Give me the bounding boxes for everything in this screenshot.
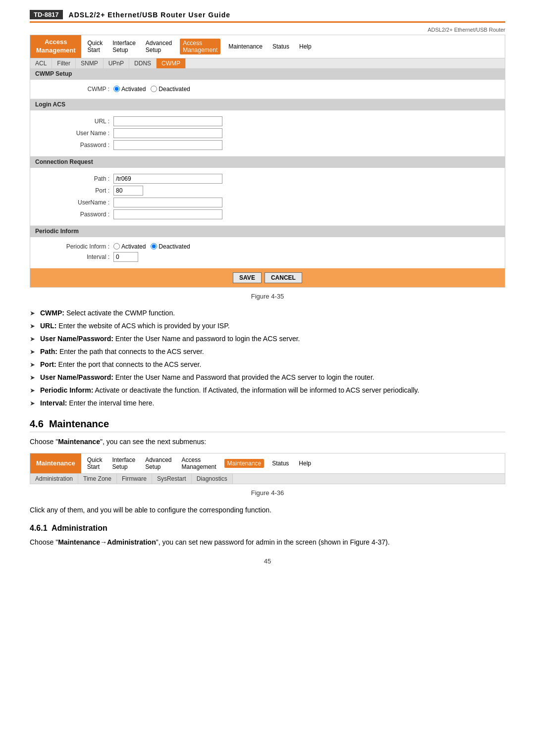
path-input[interactable] [113, 174, 222, 184]
periodic-activated-label[interactable]: Activated [113, 243, 146, 250]
interval-input[interactable] [113, 252, 138, 262]
maint-nav-items: QuickStart InterfaceSetup AdvancedSetup … [81, 454, 505, 473]
cwmp-deactivated-label[interactable]: Deactivated [151, 86, 190, 93]
bullet-term-url: URL: [40, 322, 56, 330]
url-label: URL : [60, 118, 109, 125]
nav-item-access-management[interactable]: AccessManagement [180, 39, 220, 54]
conn-username-input[interactable] [113, 198, 222, 207]
maint-sub-tab-sysrestart[interactable]: SysRestart [152, 474, 192, 484]
maintenance-strong: Maintenance [58, 438, 100, 446]
nav-item-status[interactable]: Status [270, 42, 291, 51]
bullet-port: ➤ Port: Enter the port that connects to … [30, 359, 505, 370]
guide-title: ADSL2/2+ Ethernet/USB Router User Guide [69, 11, 230, 19]
bottom-tab-row: ACL Filter SNMP UPnP DDNS CWMP [30, 58, 505, 68]
bullet-term-interval: Interval: [40, 399, 67, 407]
figure36-caption: Figure 4-36 [30, 489, 505, 497]
router-label-top: ADSL2/2+ Ethernet/USB Router [30, 27, 505, 33]
maint-bottom-tab-row: Administration Time Zone Firmware SysRes… [30, 474, 505, 484]
cwmp-setup-section: CWMP : Activated Deactivated [30, 80, 505, 99]
path-row: Path : [60, 174, 485, 184]
maint-sub-tab-diagnostics[interactable]: Diagnostics [192, 474, 233, 484]
sub-tab-snmp[interactable]: SNMP [76, 58, 104, 68]
section-461-title: Administration [52, 524, 107, 532]
cwmp-field-label: CWMP : [60, 86, 109, 93]
bullet-arrow-4: ➤ [30, 347, 35, 357]
maint-nav-quick-start[interactable]: QuickStart [85, 455, 105, 471]
sub-tab-ddns[interactable]: DDNS [129, 58, 157, 68]
login-acs-section: URL : User Name : Password : [30, 110, 505, 156]
cwmp-radio-row: CWMP : Activated Deactivated [60, 86, 485, 93]
nav-item-quick-start[interactable]: QuickStart [85, 39, 105, 54]
bullet-term-periodic: Periodic Inform: [40, 386, 93, 394]
login-acs-label: Login ACS [30, 99, 505, 110]
maint-top-nav-row: Maintenance QuickStart InterfaceSetup Ad… [30, 454, 505, 474]
periodic-radio-group: Activated Deactivated [113, 243, 190, 250]
bullet-username-password-2: ➤ User Name/Password: Enter the User Nam… [30, 372, 505, 383]
url-input[interactable] [113, 116, 222, 126]
interval-row: Interval : [60, 252, 485, 262]
maint-sub-tab-timezone[interactable]: Time Zone [78, 474, 117, 484]
maint-nav-status[interactable]: Status [270, 459, 291, 468]
cwmp-deactivated-radio[interactable] [151, 86, 157, 92]
maintenance-nav: Maintenance QuickStart InterfaceSetup Ad… [30, 453, 505, 484]
bullet-term-cwmp: CWMP: [40, 309, 64, 317]
login-password-row: Password : [60, 140, 485, 150]
maint-sub-tab-administration[interactable]: Administration [30, 474, 78, 484]
maint-click-intro: Click any of them, and you will be able … [30, 504, 505, 515]
bullet-path: ➤ Path: Enter the path that connects to … [30, 347, 505, 357]
maint-nav-advanced-setup[interactable]: AdvancedSetup [143, 455, 173, 471]
port-label: Port : [60, 187, 109, 194]
top-nav-row: AccessManagement QuickStart InterfaceSet… [30, 35, 505, 58]
bullet-arrow-1: ➤ [30, 308, 35, 318]
cwmp-bullet-list: ➤ CWMP: Select activate the CWMP functio… [30, 308, 505, 408]
page-number: 45 [30, 557, 505, 565]
nav-item-interface-setup[interactable]: InterfaceSetup [110, 39, 138, 54]
bullet-arrow-3: ➤ [30, 334, 35, 344]
maint-nav-maintenance[interactable]: Maintenance [224, 459, 265, 468]
nav-item-maintenance[interactable]: Maintenance [226, 42, 265, 51]
bullet-term-unp2: User Name/Password: [40, 373, 113, 381]
section-461-number: 4.6.1 [30, 524, 48, 532]
bullet-term-path: Path: [40, 348, 57, 355]
maint-nav-access-management[interactable]: AccessManagement [180, 455, 218, 471]
port-input[interactable] [113, 186, 143, 196]
bullet-term-port: Port: [40, 360, 56, 368]
bullet-interval: ➤ Interval: Enter the interval time here… [30, 398, 505, 408]
sub-tab-acl[interactable]: ACL [30, 58, 52, 68]
cancel-button[interactable]: CANCEL [265, 272, 302, 283]
nav-item-advanced-setup[interactable]: AdvancedSetup [144, 39, 174, 54]
sub-tab-cwmp[interactable]: CWMP [157, 58, 186, 68]
conn-username-row: UserName : [60, 198, 485, 207]
cwmp-setup-label: CWMP Setup [30, 68, 505, 80]
maint-nav-help[interactable]: Help [297, 459, 313, 468]
periodic-deactivated-radio[interactable] [151, 243, 157, 250]
bullet-arrow-7: ➤ [30, 386, 35, 396]
save-button[interactable]: SAVE [233, 272, 262, 283]
cwmp-activated-radio[interactable] [113, 86, 120, 92]
maint-nav-interface-setup[interactable]: InterfaceSetup [110, 455, 137, 471]
nav-active-label: AccessManagement [30, 35, 81, 58]
save-cancel-row: SAVE CANCEL [30, 268, 505, 287]
access-management-nav: AccessManagement QuickStart InterfaceSet… [30, 35, 505, 288]
path-label: Path : [60, 175, 109, 182]
bullet-url: ➤ URL: Enter the website of ACS which is… [30, 321, 505, 331]
periodic-deactivated-label[interactable]: Deactivated [151, 243, 190, 250]
nav-item-help[interactable]: Help [297, 42, 314, 51]
conn-username-label: UserName : [60, 199, 109, 206]
conn-password-input[interactable] [113, 209, 222, 219]
section-461-intro: Choose "Maintenance→Administration", you… [30, 537, 505, 548]
periodic-activated-radio[interactable] [113, 243, 120, 250]
login-username-input[interactable] [113, 128, 222, 138]
periodic-inform-label: Periodic Inform [30, 226, 505, 237]
login-password-label: Password : [60, 142, 109, 149]
bullet-username-password-1: ➤ User Name/Password: Enter the User Nam… [30, 334, 505, 344]
bullet-cwmp: ➤ CWMP: Select activate the CWMP functio… [30, 308, 505, 318]
interval-label: Interval : [60, 253, 109, 260]
port-row: Port : [60, 186, 485, 196]
sub-tab-filter[interactable]: Filter [52, 58, 76, 68]
maint-sub-tab-firmware[interactable]: Firmware [117, 474, 152, 484]
sub-tab-upnp[interactable]: UPnP [104, 58, 129, 68]
login-password-input[interactable] [113, 140, 222, 150]
cwmp-activated-label[interactable]: Activated [113, 86, 146, 93]
bullet-arrow-6: ➤ [30, 373, 35, 383]
